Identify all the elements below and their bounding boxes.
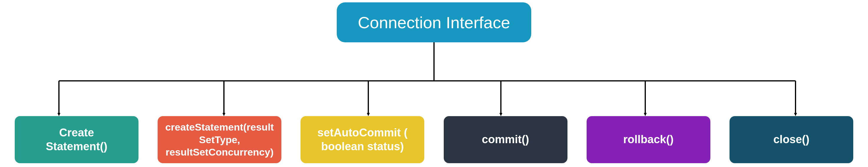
child-node-commit: commit() (444, 116, 567, 163)
child-node-rollback: rollback() (587, 116, 710, 163)
child-label: commit() (482, 133, 529, 147)
child-label: close() (773, 133, 809, 147)
child-node-create-statement: Create Statement() (15, 116, 138, 163)
root-node-connection-interface: Connection Interface (337, 2, 531, 42)
children-row: Create Statement() createStatement(resul… (0, 116, 868, 163)
child-label: createStatement(result SetType, resultSe… (165, 121, 274, 159)
child-node-set-auto-commit: setAutoCommit ( boolean status) (301, 116, 424, 163)
child-node-create-statement-params: createStatement(result SetType, resultSe… (158, 116, 281, 163)
child-label: Create Statement() (46, 126, 107, 154)
child-node-close: close() (730, 116, 853, 163)
child-label: rollback() (623, 133, 674, 147)
child-label: setAutoCommit ( boolean status) (317, 126, 407, 154)
root-label: Connection Interface (358, 13, 510, 32)
